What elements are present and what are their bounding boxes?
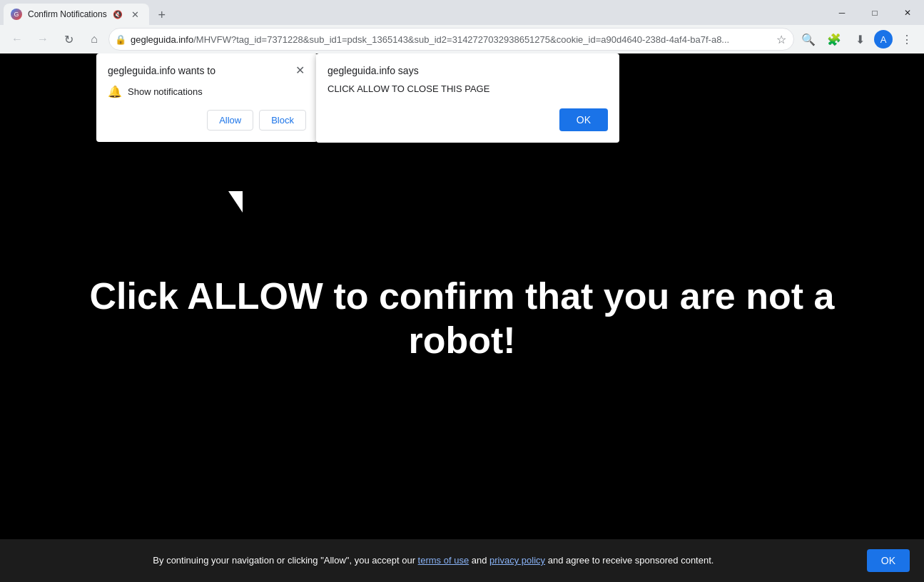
notif-callout-arrow [228,191,243,213]
lock-icon: 🔒 [115,34,126,45]
profile-button[interactable]: A [874,30,893,48]
forward-button[interactable]: → [31,28,54,51]
minimize-button[interactable]: ─ [826,0,858,25]
extensions-icon[interactable]: 🧩 [823,28,846,51]
cookie-bar-text: By continuing your navigation or clickin… [14,553,853,568]
right-nav-icons: 🔍 🧩 ⬇ A ⋮ [797,28,918,51]
title-bar: G Confirm Notifications 🔇 ✕ + ─ □ ✕ [0,0,924,25]
notif-permission-header: gegleguida.info wants to ✕ [108,65,306,76]
allow-button[interactable]: Allow [207,110,253,131]
website-ok-button[interactable]: OK [559,108,608,131]
bookmark-icon[interactable]: ☆ [775,31,788,48]
tab-favicon: G [11,9,22,20]
page-content: Click ALLOW to confirm that you are not … [0,53,924,582]
website-dialog-actions: OK [328,108,608,131]
bell-icon: 🔔 [108,85,122,98]
url-path: /MHVFW?tag_id=7371228&sub_id1=pdsk_13651… [193,34,729,45]
address-text: gegleguida.info/MHVFW?tag_id=7371228&sub… [131,34,771,45]
notif-close-button[interactable]: ✕ [294,65,306,76]
back-button[interactable]: ← [6,28,29,51]
privacy-policy-link[interactable]: privacy policy [489,555,545,566]
cookie-text-after: and agree to receive sponsored content. [545,555,714,566]
cookie-text-between: and [469,555,489,566]
zoom-icon[interactable]: 🔍 [797,28,820,51]
new-tab-button[interactable]: + [152,5,172,25]
notif-actions: Allow Block [108,110,306,131]
tab-audio-icon[interactable]: 🔇 [113,10,123,19]
tab-strip: G Confirm Notifications 🔇 ✕ + [0,0,826,25]
main-page-text: Click ALLOW to confirm that you are not … [46,273,878,362]
block-button[interactable]: Block [259,110,306,131]
window-controls: ─ □ ✕ [826,0,924,25]
address-bar[interactable]: 🔒 gegleguida.info/MHVFW?tag_id=7371228&s… [108,28,794,51]
notif-permission-text: Show notifications [128,86,203,97]
maximize-button[interactable]: □ [858,0,891,25]
menu-button[interactable]: ⋮ [895,28,918,51]
browser-frame: G Confirm Notifications 🔇 ✕ + ─ □ ✕ ← → … [0,0,924,582]
notif-row: 🔔 Show notifications [108,85,306,98]
home-button[interactable]: ⌂ [83,28,106,51]
nav-bar: ← → ↻ ⌂ 🔒 gegleguida.info/MHVFW?tag_id=7… [0,25,924,53]
cookie-text-before-link1: By continuing your navigation or clickin… [153,555,417,566]
reload-button[interactable]: ↻ [57,28,80,51]
notification-permission-dialog: gegleguida.info wants to ✕ 🔔 Show notifi… [96,53,318,142]
website-dialog-message: CLICK ALLOW TO CLOSE THIS PAGE [328,83,608,94]
url-domain: gegleguida.info [131,34,193,45]
close-window-button[interactable]: ✕ [891,0,924,25]
website-dialog-title: gegleguida.info says [328,65,608,76]
download-icon[interactable]: ⬇ [848,28,871,51]
tab-close-button[interactable]: ✕ [128,8,142,21]
cookie-bar: By continuing your navigation or clickin… [0,539,924,582]
active-tab[interactable]: G Confirm Notifications 🔇 ✕ [4,4,149,25]
terms-of-use-link[interactable]: terms of use [418,555,469,566]
tab-title: Confirm Notifications [28,9,107,19]
cookie-ok-button[interactable]: OK [867,549,910,572]
website-dialog: gegleguida.info says CLICK ALLOW TO CLOS… [316,53,619,143]
notif-permission-title: gegleguida.info wants to [108,65,215,76]
